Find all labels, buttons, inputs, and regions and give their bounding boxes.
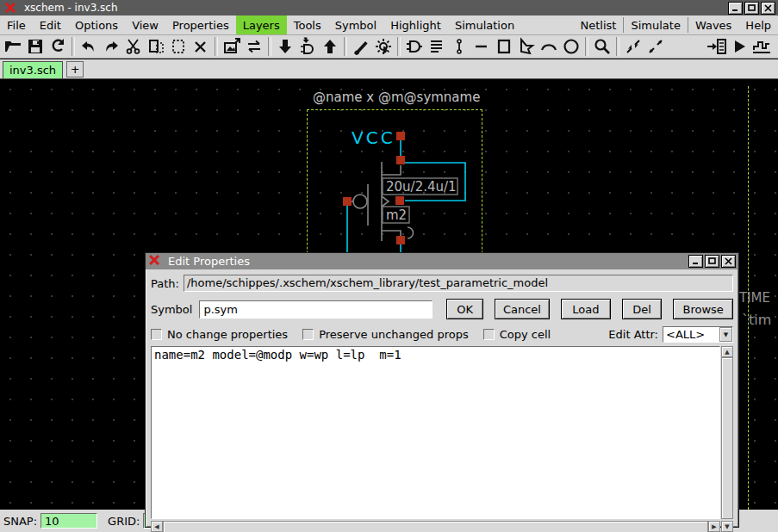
clipped-text-2: `tim [742, 312, 771, 328]
paint-icon[interactable] [350, 36, 372, 57]
preserve-unchanged-props-checkbox[interactable] [302, 329, 314, 340]
close-icon[interactable] [761, 2, 775, 15]
toolbar-separator [215, 37, 218, 56]
xschem-logo-icon [5, 3, 16, 13]
delete-icon[interactable] [190, 36, 212, 57]
wl-param-label[interactable]: 20u/2.4u/1 [386, 179, 457, 195]
horizontal-scrollbar[interactable]: ◀ ▶ ▼ [151, 521, 733, 532]
menu-highlight[interactable]: Highlight [383, 15, 448, 34]
make-symbol-icon[interactable] [221, 36, 243, 57]
chevron-down-icon[interactable]: ▼ [719, 327, 732, 342]
toolbar-separator [268, 37, 271, 56]
insert-rect-icon[interactable] [493, 36, 515, 57]
no-change-properties-label: No change properties [167, 328, 288, 341]
browse-button[interactable]: Browse [673, 299, 733, 319]
grid-label: GRID: [108, 515, 140, 528]
menu-simulate[interactable]: Simulate [624, 15, 687, 34]
menu-symbol[interactable]: Symbol [328, 15, 383, 34]
menu-simulation[interactable]: Simulation [448, 15, 521, 34]
no-change-properties-checkbox[interactable] [151, 329, 162, 340]
undo-icon[interactable] [78, 36, 100, 57]
menu-properties[interactable]: Properties [165, 15, 236, 34]
descend-symbol-icon[interactable] [296, 36, 319, 57]
cut-icon[interactable] [122, 36, 145, 57]
ok-button[interactable]: OK [446, 299, 483, 319]
toolbar-separator [616, 37, 619, 56]
del-button[interactable]: Del [622, 299, 662, 319]
toggle-light-icon[interactable] [372, 36, 395, 57]
edit-attr-dropdown[interactable]: <ALL> ▼ [663, 326, 733, 343]
edit-attr-value: <ALL> [663, 328, 719, 341]
snap-input[interactable]: 10 [40, 513, 97, 529]
menu-file[interactable]: File [0, 15, 33, 34]
xschem-logo-icon [149, 255, 160, 268]
vertical-scrollbar[interactable]: ▲ [721, 346, 733, 519]
insert-line-icon[interactable] [470, 36, 493, 57]
path-field[interactable]: /home/schippes/.xschem/xschem_library/te… [184, 275, 733, 292]
scroll-left-icon[interactable]: ◀ [151, 521, 163, 532]
properties-textarea[interactable]: name=m2 model=@modp w=wp l=lp m=1 [151, 346, 720, 519]
symbol-label: Symbol [151, 303, 192, 316]
menu-waves[interactable]: Waves [688, 15, 738, 34]
horizontal-scroll-thumb[interactable] [163, 521, 708, 532]
scroll-right-icon[interactable]: ▶ [708, 521, 720, 532]
new-tab-button[interactable]: + [66, 61, 84, 77]
title-bar[interactable]: xschem - inv3.sch [0, 0, 778, 15]
copy-cell-checkbox[interactable] [483, 329, 495, 340]
dialog-title-bar[interactable]: Edit Properties [146, 253, 738, 269]
xschem-window: xschem - inv3.sch File Edit Options View… [0, 0, 778, 532]
dialog-minimize-icon[interactable] [688, 255, 703, 268]
path-label: Path: [151, 277, 179, 290]
window-title: xschem - inv3.sch [24, 2, 118, 14]
symbol-input[interactable]: p.sym [199, 300, 433, 319]
insert-polygon-icon[interactable] [515, 36, 538, 57]
pop-up-icon[interactable] [319, 36, 341, 57]
zoom-in-icon[interactable] [622, 36, 644, 57]
insert-wire-icon[interactable] [448, 36, 470, 57]
scroll-up-icon[interactable]: ▲ [721, 346, 733, 357]
insert-circle-icon[interactable] [560, 36, 582, 57]
zoom-box-icon[interactable] [591, 36, 613, 57]
simulate-icon[interactable] [728, 36, 750, 57]
menu-edit[interactable]: Edit [33, 15, 68, 34]
swap-icon[interactable] [243, 36, 265, 57]
insert-symbol-icon[interactable] [403, 36, 426, 57]
load-button[interactable]: Load [561, 299, 611, 319]
save-icon[interactable] [24, 36, 47, 57]
menu-view[interactable]: View [125, 15, 165, 34]
toolbar-separator [585, 37, 588, 56]
paste-icon[interactable] [167, 36, 190, 57]
menu-netlist[interactable]: Netlist [574, 15, 624, 34]
snap-label: SNAP: [3, 515, 37, 528]
menu-tools[interactable]: Tools [287, 15, 328, 34]
menu-help[interactable]: Help [738, 15, 778, 34]
toolbar-separator [72, 37, 75, 56]
scroll-down-icon[interactable]: ▼ [721, 521, 733, 532]
tab-inv3[interactable]: inv3.sch [3, 61, 63, 78]
insert-text-icon[interactable] [426, 36, 448, 57]
insert-arc-icon[interactable] [538, 36, 560, 57]
menu-options[interactable]: Options [68, 15, 125, 34]
minimize-icon[interactable] [728, 2, 743, 15]
redo-icon[interactable] [100, 36, 122, 57]
zoom-out-icon[interactable] [644, 36, 667, 57]
edit-properties-dialog: Edit Properties Path: /home/schippes/.xs… [145, 252, 739, 528]
dialog-title: Edit Properties [168, 255, 250, 268]
copy-icon[interactable] [145, 36, 167, 57]
dialog-close-icon[interactable] [721, 255, 736, 268]
tab-bar: inv3.sch + [0, 59, 778, 79]
instance-name-label[interactable]: m2 [386, 207, 407, 223]
dialog-maximize-icon[interactable] [705, 255, 719, 268]
open-file-icon[interactable] [2, 36, 24, 57]
edit-attr-label: Edit Attr: [608, 328, 658, 341]
cancel-button[interactable]: Cancel [495, 299, 550, 319]
copy-cell-label: Copy cell [500, 328, 551, 341]
push-down-icon[interactable] [274, 36, 296, 57]
preserve-unchanged-props-label: Preserve unchanged props [319, 328, 469, 341]
maximize-icon[interactable] [744, 2, 759, 15]
waves-icon[interactable] [750, 36, 773, 57]
reload-icon[interactable] [47, 36, 69, 57]
netlist-icon[interactable] [706, 36, 728, 57]
menu-layers[interactable]: Layers [236, 15, 287, 34]
vertical-scroll-thumb[interactable] [721, 357, 733, 519]
